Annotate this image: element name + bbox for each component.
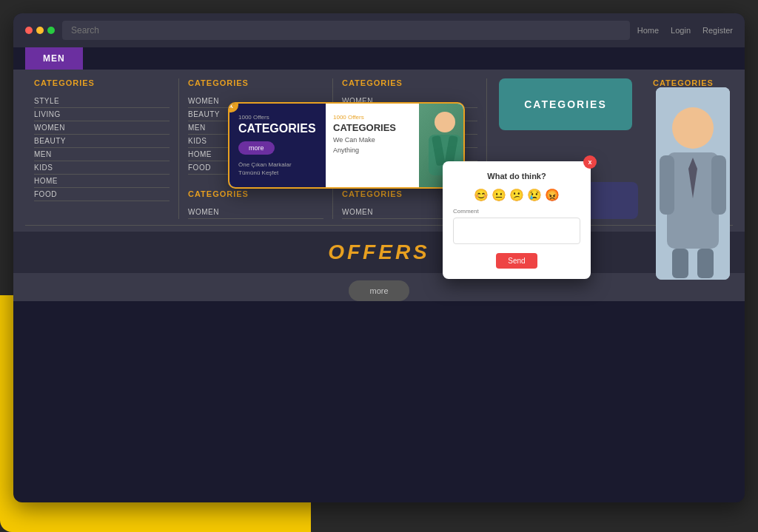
cat-item-c2b-women[interactable]: WOMEN (188, 206, 323, 219)
window-controls (25, 27, 55, 34)
svg-point-5 (672, 107, 714, 149)
svg-rect-7 (660, 155, 674, 215)
cat-item-home[interactable]: HOME (34, 175, 170, 188)
browser-window: Home Login Register MEN CATEGORIES STYLE… (13, 13, 745, 502)
offers-title: OFFERS (328, 240, 430, 263)
svg-point-0 (435, 112, 455, 132)
send-button[interactable]: Send (496, 253, 537, 269)
men-tab[interactable]: MEN (25, 47, 83, 70)
offers-section: OFFERS (13, 232, 745, 273)
more-button[interactable]: more (349, 280, 409, 301)
cat-title-2b: CATEGORIES (188, 189, 323, 198)
minimize-dot[interactable] (36, 27, 44, 34)
emoji-sad[interactable]: 😕 (509, 188, 524, 202)
nav-links: Home Login Register (637, 26, 733, 35)
search-input[interactable] (62, 21, 630, 40)
right-person-image (656, 87, 730, 280)
cat-title-2: CATEGORIES (188, 78, 323, 87)
cat-item-food[interactable]: FOOD (34, 188, 170, 201)
teal-categories-box[interactable]: CATEGORIES (499, 78, 632, 130)
emoji-angry[interactable]: 😡 (545, 188, 560, 202)
popup-feedback: x What do think? 😊 😐 😕 😢 😡 Comment Send (443, 161, 591, 279)
cat-item-men[interactable]: MEN (34, 148, 170, 161)
popup-card-left: 1000 Offers CATEGORIES more Öne Çıkan Ma… (229, 104, 326, 187)
cat-item-living[interactable]: LIVING (34, 108, 170, 121)
teal-categories-label: CATEGORIES (524, 98, 607, 110)
emoji-cry[interactable]: 😢 (527, 188, 542, 202)
popup-more-button[interactable]: more (238, 141, 275, 155)
navigation-bar: MEN (13, 47, 745, 70)
cat-title-1: CATEGORIES (34, 78, 170, 87)
cat-item-kids[interactable]: KIDS (34, 161, 170, 175)
section-divider (25, 225, 733, 226)
emoji-neutral[interactable]: 😐 (492, 188, 506, 202)
maximize-dot[interactable] (47, 27, 55, 34)
comment-input[interactable] (453, 218, 580, 244)
svg-rect-10 (697, 249, 714, 278)
comment-label: Comment (453, 208, 580, 215)
popup-cat-title: CATEGORIES (238, 122, 317, 135)
category-column-1: CATEGORIES STYLE LIVING WOMEN BEAUTY MEN… (25, 78, 179, 219)
register-link[interactable]: Register (702, 26, 733, 35)
emoji-happy[interactable]: 😊 (474, 188, 489, 202)
popup-desc: Öne Çıkan Markalar Tümünü Keşfet (238, 161, 317, 177)
cat-title-3: CATEGORIES (342, 78, 477, 87)
login-link[interactable]: Login (671, 26, 691, 35)
close-dot[interactable] (25, 27, 33, 34)
cat-item-style[interactable]: STYLE (34, 95, 170, 108)
cat-item-women[interactable]: WOMEN (34, 121, 170, 135)
svg-rect-8 (711, 155, 726, 215)
popup-offers-label: 1000 Offers (238, 114, 317, 121)
popup-card: x 1000 Offers CATEGORIES more Öne Çıkan … (228, 102, 465, 189)
cat-item-beauty[interactable]: BEAUTY (34, 135, 170, 148)
browser-top-bar: Home Login Register (13, 13, 745, 47)
right-categories-label: CATEGORIES (653, 78, 733, 87)
popup-feedback-close[interactable]: x (583, 155, 597, 169)
feedback-title: What do think? (453, 172, 580, 181)
emoji-row: 😊 😐 😕 😢 😡 (453, 188, 580, 202)
svg-rect-9 (672, 249, 688, 278)
home-link[interactable]: Home (637, 26, 659, 35)
